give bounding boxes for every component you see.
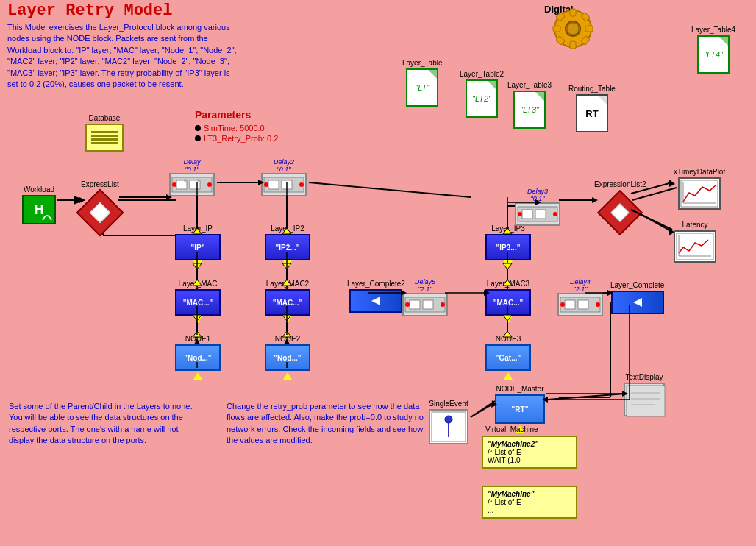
layer-mac-block[interactable]: Layer_MAC "MAC..." — [175, 280, 221, 323]
routing-table-label: Routing_Table — [568, 85, 616, 93]
layer-complete-block[interactable]: Layer_Complete — [610, 281, 664, 314]
layer-table3-icon[interactable]: Layer_Table3 "LT3" — [507, 81, 552, 129]
delay4-label: Delay4 — [570, 278, 591, 286]
delay3-label: Delay3 — [527, 188, 548, 195]
delay4-block[interactable]: Delay4 "2.1" — [557, 278, 603, 316]
delay1-block[interactable]: Delay "0.1" — [169, 158, 215, 196]
layer-ip3-box[interactable]: "IP3..." — [485, 234, 531, 260]
layer-complete2-label: Layer_Complete2 — [347, 280, 405, 288]
svg-point-71 — [596, 302, 600, 307]
layer-mac3-block[interactable]: Layer_MAC3 "MAC..." — [485, 280, 531, 323]
workload-block[interactable]: Workload H — [22, 185, 56, 224]
vm2-box[interactable]: "MyMachine" /* List of E ... — [482, 486, 577, 519]
delay3-block[interactable]: Delay3 "0.1" — [515, 188, 560, 226]
node1-block[interactable]: NODE1 "Nod..." — [175, 335, 221, 380]
layer-table3-label: Layer_Table3 — [507, 81, 552, 89]
layer-table4-icon[interactable]: Layer_Table4 "LT4" — [691, 26, 735, 74]
layer-mac3-label: Layer_MAC3 — [487, 280, 529, 288]
title-area: Layer Retry Model — [7, 1, 172, 20]
vm1-box[interactable]: "MyMachine2" /* List of E WAIT (1.0 — [482, 436, 577, 469]
layer-ip2-block[interactable]: Layer_IP2 "IP2..." — [265, 224, 310, 268]
layer-complete-label: Layer_Complete — [610, 281, 664, 289]
svg-point-48 — [264, 182, 268, 187]
layer-ip-label: Layer_IP — [183, 224, 213, 233]
delay2-value: "0.1" — [277, 166, 291, 173]
layer-complete2-box[interactable] — [349, 289, 402, 313]
svg-point-65 — [405, 302, 410, 307]
database-box[interactable] — [85, 124, 124, 152]
layer-ip3-block[interactable]: Layer_IP3 "IP3..." — [485, 224, 531, 268]
node2-label: NODE2 — [275, 335, 300, 343]
node3-block[interactable]: NODE3 "Gat..." — [485, 335, 531, 380]
svg-rect-69 — [578, 300, 588, 309]
vm-label: Virtual_Machine — [485, 425, 538, 433]
note-2: Change the retry_prob parameter to see h… — [227, 401, 425, 447]
svg-rect-63 — [410, 300, 420, 309]
svg-marker-61 — [371, 297, 380, 305]
delay1-box[interactable] — [169, 173, 215, 196]
node3-label: NODE3 — [496, 335, 521, 343]
svg-line-86 — [309, 182, 471, 197]
params-title: Parameters — [195, 109, 278, 121]
delay4-value: "2.1" — [574, 286, 588, 293]
params-box: Parameters SimTime: 5000.0 LT3_Retry_Pro… — [195, 109, 278, 143]
routing-table-icon[interactable]: Routing_Table RT — [568, 85, 616, 132]
layer-complete-box[interactable] — [611, 291, 664, 314]
delay5-label: Delay5 — [415, 278, 435, 286]
xtimey-plot-block[interactable]: xTimeyDataPlot — [674, 168, 725, 210]
text-display-label: TextDisplay — [625, 373, 663, 381]
vm1-title: "MyMachine2" — [488, 440, 571, 448]
xtimey-box[interactable] — [678, 177, 721, 210]
svg-point-54 — [553, 212, 557, 216]
layer-mac3-box[interactable]: "MAC..." — [485, 289, 531, 316]
expr-list2-block[interactable]: ExpressionList2 — [594, 180, 646, 231]
layer-complete2-block[interactable]: Layer_Complete2 — [347, 280, 405, 313]
node-master-value: "RT" — [512, 405, 529, 414]
express-list-block[interactable]: ExpressList — [81, 180, 119, 231]
svg-rect-64 — [423, 300, 433, 309]
layer-mac2-box[interactable]: "MAC..." — [265, 289, 310, 316]
node1-label: NODE1 — [185, 335, 210, 343]
latency-box[interactable] — [674, 230, 716, 263]
layer-mac2-block[interactable]: Layer_MAC2 "MAC..." — [265, 280, 310, 323]
express-list-label: ExpressList — [81, 180, 119, 188]
delay3-box[interactable] — [515, 202, 560, 226]
svg-rect-46 — [268, 180, 279, 189]
node3-box[interactable]: "Gat..." — [485, 344, 531, 371]
layer-ip-block[interactable]: Layer_IP "IP" — [175, 224, 221, 268]
param-retry: LT3_Retry_Prob: 0.2 — [204, 134, 278, 143]
delay4-box[interactable] — [557, 293, 603, 316]
layer-ip-box[interactable]: "IP" — [175, 234, 221, 260]
delay2-block[interactable]: Delay2 "0.1" — [261, 158, 307, 196]
workload-box[interactable]: H — [22, 195, 56, 224]
layer-mac-box[interactable]: "MAC..." — [175, 289, 221, 316]
text-display-box[interactable] — [624, 383, 665, 416]
layer-ip2-label: Layer_IP2 — [271, 224, 304, 233]
layer-table-icon[interactable]: Layer_Table "LT" — [402, 59, 442, 107]
layer-ip2-box[interactable]: "IP2..." — [265, 234, 310, 260]
layer-table2-icon[interactable]: Layer_Table2 "LT2" — [460, 70, 504, 118]
node1-box[interactable]: "Nod..." — [175, 344, 221, 371]
layer-table2-label: Layer_Table2 — [460, 70, 504, 78]
node2-block[interactable]: NODE2 "Nod..." — [265, 335, 310, 380]
layer-table4-label: Layer_Table4 — [691, 26, 735, 34]
delay5-block[interactable]: Delay5 "2.1" — [402, 278, 448, 316]
database-label: Database — [89, 114, 121, 122]
description: This Model exercises the Layer_Protocol … — [7, 22, 243, 90]
svg-rect-47 — [282, 180, 292, 189]
single-event-box[interactable] — [429, 409, 468, 444]
gear-icon — [552, 7, 596, 52]
latency-block[interactable]: Latency — [674, 221, 716, 263]
text-display-block[interactable]: TextDisplay — [624, 373, 665, 416]
delay5-box[interactable] — [402, 293, 448, 316]
vm1-code: /* List of E WAIT (1.0 — [488, 448, 571, 464]
svg-rect-73 — [627, 386, 665, 416]
note-1: Set some of the Parent/Child in the Laye… — [9, 401, 200, 447]
delay1-value: "0.1" — [185, 166, 199, 173]
delay2-box[interactable] — [261, 173, 307, 196]
node2-box[interactable]: "Nod..." — [265, 344, 310, 371]
single-event-block[interactable]: SingleEvent — [429, 400, 468, 444]
node-master-box[interactable]: "RT" — [495, 394, 545, 424]
page-title: Layer Retry Model — [7, 1, 172, 20]
svg-point-78 — [445, 416, 452, 423]
